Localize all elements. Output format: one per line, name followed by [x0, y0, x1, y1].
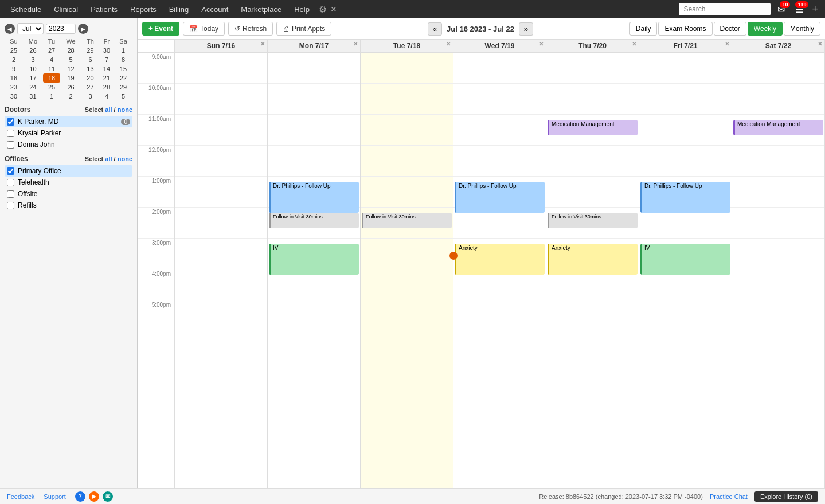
daily-view-btn[interactable]: Daily — [629, 22, 658, 36]
offices-select-none[interactable]: none — [118, 155, 132, 162]
weekly-view-btn[interactable]: Weekly — [748, 22, 783, 36]
hour-cell[interactable] — [175, 177, 267, 208]
cal-day-col-1[interactable]: Dr. Phillips - Follow UpFollow-in Visit … — [268, 53, 361, 488]
hour-cell[interactable] — [268, 146, 360, 177]
cal-prev-btn[interactable]: ◀ — [5, 24, 15, 34]
mini-cal-day[interactable]: 25 — [43, 83, 60, 92]
cal-day-col-0[interactable] — [175, 53, 268, 488]
hour-cell[interactable] — [175, 53, 267, 84]
cal-event-2-0[interactable]: Follow-in Visit 30mins — [362, 213, 452, 228]
mini-cal-day[interactable]: 18 — [43, 73, 60, 83]
cal-event-3-0[interactable]: Dr. Phillips - Follow Up — [455, 182, 545, 213]
nav-clinical[interactable]: Clinical — [48, 2, 84, 17]
mini-cal-day[interactable]: 4 — [99, 92, 114, 101]
cal-day-col-2[interactable]: Follow-in Visit 30mins — [361, 53, 453, 488]
mini-cal-day[interactable]: 10 — [23, 64, 43, 73]
cal-next-btn[interactable]: ▶ — [78, 24, 88, 34]
print-btn[interactable]: 🖨 Print Appts — [276, 22, 331, 36]
refresh-btn[interactable]: ↺ Refresh — [228, 22, 273, 36]
mini-cal-day[interactable]: 28 — [60, 46, 81, 55]
feedback-link[interactable]: Feedback — [7, 493, 34, 500]
hour-cell[interactable] — [175, 300, 267, 331]
mini-cal-day[interactable]: 2 — [60, 92, 81, 101]
hour-cell[interactable] — [546, 300, 639, 331]
doctors-select-all[interactable]: all — [105, 106, 112, 113]
mini-cal-day[interactable]: 24 — [23, 83, 43, 92]
mini-cal-day[interactable]: 2 — [5, 55, 23, 64]
mini-cal-day[interactable]: 5 — [114, 92, 132, 101]
hour-cell[interactable] — [453, 53, 546, 84]
hour-cell[interactable] — [361, 53, 453, 84]
mini-cal-day[interactable]: 6 — [81, 55, 99, 64]
close-day-1[interactable]: ✕ — [353, 41, 358, 47]
doctor-item-2[interactable]: Donna John — [5, 139, 132, 150]
close-day-2[interactable]: ✕ — [446, 41, 451, 47]
nav-reports[interactable]: Reports — [124, 2, 162, 17]
mini-cal-day[interactable]: 30 — [5, 92, 23, 101]
cal-event-4-1[interactable]: Follow-in Visit 30mins — [548, 213, 638, 228]
support-link[interactable]: Support — [44, 493, 66, 500]
chat-icon[interactable]: ✉ — [103, 491, 113, 502]
mini-cal-day[interactable]: 11 — [43, 64, 60, 73]
hour-cell[interactable] — [732, 208, 824, 239]
office-checkbox-3[interactable] — [7, 202, 14, 209]
hour-cell[interactable] — [732, 269, 824, 300]
hour-cell[interactable] — [268, 300, 360, 331]
nav-billing[interactable]: Billing — [163, 2, 195, 17]
offices-select-all[interactable]: all — [105, 155, 112, 162]
hour-cell[interactable] — [268, 115, 360, 146]
office-checkbox-1[interactable] — [7, 179, 14, 186]
hour-cell[interactable] — [546, 146, 639, 177]
mini-cal-day[interactable]: 12 — [60, 64, 81, 73]
hour-cell[interactable] — [175, 269, 267, 300]
hour-cell[interactable] — [639, 84, 732, 115]
mini-cal-day[interactable]: 30 — [99, 46, 114, 55]
hour-cell[interactable] — [361, 146, 453, 177]
cal-event-5-0[interactable]: Dr. Phillips - Follow Up — [640, 182, 730, 213]
mini-cal-day[interactable]: 9 — [5, 64, 23, 73]
exam-rooms-view-btn[interactable]: Exam Rooms — [658, 22, 712, 36]
hour-cell[interactable] — [175, 146, 267, 177]
cal-year-input[interactable] — [46, 24, 76, 34]
hour-cell[interactable] — [361, 177, 453, 208]
nav-marketplace[interactable]: Marketplace — [235, 2, 287, 17]
doctor-item-1[interactable]: Krystal Parker — [5, 127, 132, 139]
mini-cal-day[interactable]: 20 — [81, 73, 99, 83]
doctor-item-0[interactable]: K Parker, MD0 — [5, 116, 132, 127]
doctors-select-none[interactable]: none — [118, 106, 132, 113]
mini-cal-day[interactable]: 14 — [99, 64, 114, 73]
mini-cal-day[interactable]: 27 — [81, 83, 99, 92]
mini-cal-day[interactable]: 1 — [114, 46, 132, 55]
office-item-0[interactable]: Primary Office — [5, 165, 132, 177]
cal-event-1-2[interactable]: IV — [269, 244, 359, 275]
nav-help[interactable]: Help — [288, 2, 315, 17]
drag-indicator[interactable] — [449, 252, 458, 260]
mini-cal-day[interactable]: 13 — [81, 64, 99, 73]
hour-cell[interactable] — [268, 84, 360, 115]
mini-cal-day[interactable]: 25 — [5, 46, 23, 55]
mini-cal-day[interactable]: 3 — [23, 55, 43, 64]
cal-event-5-1[interactable]: IV — [640, 244, 730, 275]
mini-cal-day[interactable]: 29 — [81, 46, 99, 55]
hour-cell[interactable] — [175, 115, 267, 146]
hour-cell[interactable] — [268, 53, 360, 84]
hour-cell[interactable] — [175, 239, 267, 269]
mini-cal-day[interactable]: 16 — [5, 73, 23, 83]
hour-cell[interactable] — [639, 146, 732, 177]
hour-cell[interactable] — [732, 146, 824, 177]
mini-cal-day[interactable]: 1 — [43, 92, 60, 101]
mini-cal-day[interactable]: 8 — [114, 55, 132, 64]
mini-cal-day[interactable]: 4 — [43, 55, 60, 64]
messages-badge[interactable]: ✉ 10 — [773, 3, 789, 15]
mini-cal-day[interactable]: 27 — [43, 46, 60, 55]
office-item-2[interactable]: Offsite — [5, 188, 132, 200]
nav-schedule[interactable]: Schedule — [5, 2, 47, 17]
hour-cell[interactable] — [175, 208, 267, 239]
mini-cal-day[interactable]: 26 — [23, 46, 43, 55]
close-day-6[interactable]: ✕ — [818, 41, 822, 47]
hour-cell[interactable] — [732, 53, 824, 84]
hour-cell[interactable] — [453, 300, 546, 331]
mini-cal-day[interactable]: 3 — [81, 92, 99, 101]
hour-cell[interactable] — [732, 239, 824, 269]
mini-cal-day[interactable]: 26 — [60, 83, 81, 92]
